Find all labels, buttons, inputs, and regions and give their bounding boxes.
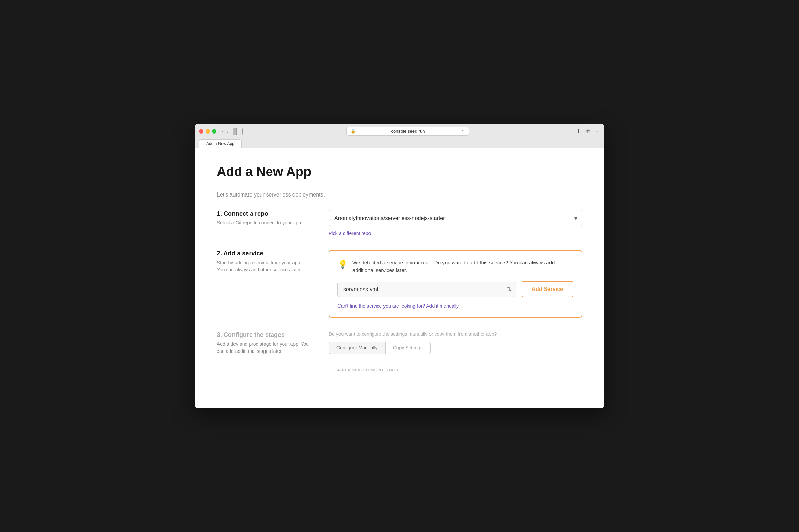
back-button[interactable]: ‹ xyxy=(221,128,225,135)
service-header: 💡 We detected a service in your repo. Do… xyxy=(337,259,573,274)
divider xyxy=(217,185,582,185)
forward-button[interactable]: › xyxy=(226,128,230,135)
service-select[interactable]: serverless.yml xyxy=(337,282,516,297)
tab-bar: Add a New App xyxy=(199,138,600,148)
page-content: Add a New App Let's automate your server… xyxy=(195,148,604,408)
traffic-lights xyxy=(199,129,216,134)
bulb-icon: 💡 xyxy=(337,260,348,269)
sidebar-toggle[interactable] xyxy=(233,128,243,135)
address-text: console.seed.run xyxy=(358,129,459,134)
service-detection-box: 💡 We detected a service in your repo. Do… xyxy=(329,250,582,318)
cant-find-link[interactable]: Can't find the service you are looking f… xyxy=(337,303,460,309)
browser-actions: ⬆ ⧉ + xyxy=(575,127,600,135)
repo-select-wrapper: AnomalyInnovations/serverless-nodejs-sta… xyxy=(329,210,582,226)
address-bar[interactable]: 🔒 console.seed.run ↻ xyxy=(346,127,469,136)
browser-window: ‹ › 🔒 console.seed.run ↻ ⬆ ⧉ + Add a xyxy=(195,124,604,408)
page-subtitle: Let's automate your serverless deploymen… xyxy=(217,192,582,198)
step-1-title: 1. Connect a repo xyxy=(217,210,312,217)
browser-tab[interactable]: Add a New App xyxy=(199,139,242,148)
step-1-description: Select a Git repo to connect to your app… xyxy=(217,219,312,226)
address-bar-container: 🔒 console.seed.run ↻ xyxy=(245,127,569,136)
step-1-left: 1. Connect a repo Select a Git repo to c… xyxy=(217,210,312,226)
minimize-button[interactable] xyxy=(206,129,210,134)
add-tab-button[interactable]: + xyxy=(594,128,600,135)
nav-buttons: ‹ › xyxy=(221,128,230,135)
step-2-left: 2. Add a service Start by adding a servi… xyxy=(217,250,312,273)
lock-icon: 🔒 xyxy=(351,129,356,134)
step-3-description-line1: Add a dev and prod stage for your app. Y… xyxy=(217,341,312,348)
service-message: We detected a service in your repo. Do y… xyxy=(352,259,573,274)
configure-manually-tab[interactable]: Configure Manually xyxy=(329,342,385,354)
new-tab-icon[interactable]: ⧉ xyxy=(585,128,591,135)
configure-question: Do you want to configure the settings ma… xyxy=(329,331,582,337)
step-2-right: 💡 We detected a service in your repo. Do… xyxy=(329,250,582,318)
step-3-right: Do you want to configure the settings ma… xyxy=(329,331,582,378)
maximize-button[interactable] xyxy=(212,129,216,134)
close-button[interactable] xyxy=(199,129,203,134)
service-select-wrapper: serverless.yml ⇅ xyxy=(337,282,516,297)
configure-tab-group: Configure Manually Copy Settings xyxy=(329,342,582,354)
step-3: 3. Configure the stages Add a dev and pr… xyxy=(217,331,582,378)
pick-repo-link[interactable]: Pick a different repo xyxy=(329,231,371,236)
step-3-title: 3. Configure the stages xyxy=(217,331,312,339)
step-1: 1. Connect a repo Select a Git repo to c… xyxy=(217,210,582,236)
browser-chrome: ‹ › 🔒 console.seed.run ↻ ⬆ ⧉ + Add a xyxy=(195,124,604,148)
step-3-left: 3. Configure the stages Add a dev and pr… xyxy=(217,331,312,355)
share-button[interactable]: ⬆ xyxy=(575,127,582,135)
step-3-description-line2: can add additional stages later. xyxy=(217,348,312,355)
service-selector-row: serverless.yml ⇅ Add Service xyxy=(337,281,573,297)
page-title: Add a New App xyxy=(217,165,582,179)
step-1-right: AnomalyInnovations/serverless-nodejs-sta… xyxy=(329,210,582,236)
copy-settings-tab[interactable]: Copy Settings xyxy=(385,342,431,354)
add-service-button[interactable]: Add Service xyxy=(522,281,573,297)
add-stage-label: ADD A DEVELOPMENT STAGE xyxy=(337,368,400,372)
add-stage-section: ADD A DEVELOPMENT STAGE xyxy=(329,361,582,378)
step-2: 2. Add a service Start by adding a servi… xyxy=(217,250,582,318)
step-2-title: 2. Add a service xyxy=(217,250,312,257)
repo-select[interactable]: AnomalyInnovations/serverless-nodejs-sta… xyxy=(329,210,582,226)
step-2-description-line2: You can always add other services later. xyxy=(217,266,312,273)
refresh-button[interactable]: ↻ xyxy=(461,129,465,134)
step-2-description-line1: Start by adding a service from your app. xyxy=(217,259,312,266)
